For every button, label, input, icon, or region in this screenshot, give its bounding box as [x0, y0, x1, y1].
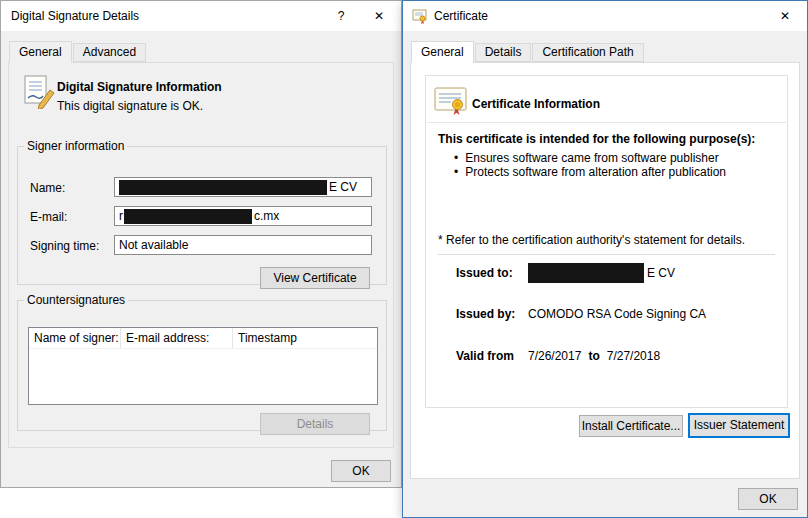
- issued-to-label: Issued to:: [456, 266, 528, 280]
- email-prefix-text: r: [119, 209, 123, 223]
- issuer-statement-button[interactable]: Issuer Statement: [688, 413, 790, 438]
- name-field[interactable]: E CV: [114, 177, 372, 197]
- name-label: Name:: [30, 181, 65, 195]
- right-tab-page: Certificate Information This certificate…: [410, 62, 800, 479]
- email-label: E-mail:: [30, 210, 67, 224]
- validity-row: Valid from7/26/2017to7/27/2018: [456, 349, 660, 363]
- signing-time-label: Signing time:: [30, 239, 99, 253]
- issuer-statement-note: * Refer to the certification authority's…: [438, 233, 745, 247]
- tab-details[interactable]: Details: [475, 43, 532, 62]
- countersignatures-group: Countersignatures Name of signer: E-mail…: [17, 293, 387, 431]
- email-field[interactable]: rc.mx: [114, 206, 372, 226]
- redacted-name: [119, 180, 327, 195]
- signature-document-icon: [23, 75, 55, 109]
- left-dialog-title: Digital Signature Details: [11, 9, 325, 23]
- column-email-address[interactable]: E-mail address:: [121, 328, 233, 348]
- redacted-issued-to: [528, 263, 644, 283]
- valid-from-date: 7/26/2017: [528, 349, 581, 363]
- certificate-info-frame: Certificate Information This certificate…: [425, 75, 788, 408]
- signing-time-field[interactable]: Not available: [114, 235, 372, 255]
- countersignatures-empty-body[interactable]: [29, 349, 377, 405]
- purpose-item: Protects software from alteration after …: [454, 165, 726, 179]
- signature-status-text: This digital signature is OK.: [57, 99, 203, 113]
- tab-certification-path[interactable]: Certification Path: [532, 43, 643, 62]
- issued-to-row: Issued to:E CV: [456, 263, 675, 283]
- help-button[interactable]: ?: [325, 1, 357, 31]
- signature-info-heading: Digital Signature Information: [57, 80, 222, 94]
- right-tab-strip: General Details Certification Path: [411, 41, 645, 62]
- valid-to-date: 7/27/2018: [607, 349, 660, 363]
- column-name-of-signer[interactable]: Name of signer:: [29, 328, 121, 348]
- tab-general[interactable]: General: [411, 41, 474, 63]
- issued-by-label: Issued by:: [456, 307, 528, 321]
- section-separator: [438, 254, 775, 255]
- signer-information-group: Signer information Name: E CV E-mail: rc…: [17, 139, 387, 285]
- left-titlebar[interactable]: Digital Signature Details ? ✕: [1, 1, 401, 31]
- tab-general[interactable]: General: [9, 41, 72, 63]
- countersignatures-legend: Countersignatures: [24, 293, 128, 307]
- redacted-email: [124, 209, 252, 224]
- valid-from-label: Valid from: [456, 349, 528, 363]
- purposes-heading: This certificate is intended for the fol…: [438, 132, 755, 146]
- digital-signature-details-dialog: Digital Signature Details ? ✕ General Ad…: [0, 0, 402, 488]
- signer-information-legend: Signer information: [24, 139, 127, 153]
- desktop: Digital Signature Details ? ✕ General Ad…: [0, 0, 808, 518]
- certificate-titlebar-icon: [412, 8, 428, 24]
- tab-advanced[interactable]: Advanced: [73, 43, 146, 62]
- email-suffix-text: c.mx: [254, 209, 279, 223]
- valid-to-label: to: [588, 349, 599, 363]
- close-icon[interactable]: ✕: [357, 1, 401, 31]
- signing-time-value: Not available: [119, 238, 188, 252]
- issued-to-visible-text: E CV: [647, 266, 675, 280]
- left-ok-button[interactable]: OK: [331, 460, 391, 482]
- certificate-dialog: Certificate ✕ General Details Certificat…: [402, 0, 808, 518]
- right-ok-button[interactable]: OK: [738, 488, 798, 510]
- certificate-info-heading: Certificate Information: [472, 97, 600, 111]
- issued-by-value: COMODO RSA Code Signing CA: [528, 307, 706, 321]
- header-separator: [427, 122, 786, 123]
- right-titlebar[interactable]: Certificate ✕: [403, 1, 807, 31]
- countersignatures-header-row: Name of signer: E-mail address: Timestam…: [29, 328, 377, 349]
- view-certificate-button[interactable]: View Certificate: [260, 267, 370, 289]
- name-visible-text: E CV: [329, 180, 357, 194]
- details-button: Details: [260, 413, 370, 435]
- purpose-item: Ensures software came from software publ…: [454, 151, 719, 165]
- close-icon[interactable]: ✕: [763, 1, 807, 31]
- issued-by-row: Issued by:COMODO RSA Code Signing CA: [456, 307, 706, 321]
- countersignatures-table[interactable]: Name of signer: E-mail address: Timestam…: [28, 327, 378, 405]
- left-tab-strip: General Advanced: [9, 41, 147, 62]
- column-timestamp[interactable]: Timestamp: [233, 328, 377, 348]
- certificate-icon: [434, 86, 468, 116]
- left-tab-page: Digital Signature Information This digit…: [8, 62, 394, 448]
- right-dialog-title: Certificate: [434, 9, 763, 23]
- install-certificate-button[interactable]: Install Certificate...: [579, 415, 683, 437]
